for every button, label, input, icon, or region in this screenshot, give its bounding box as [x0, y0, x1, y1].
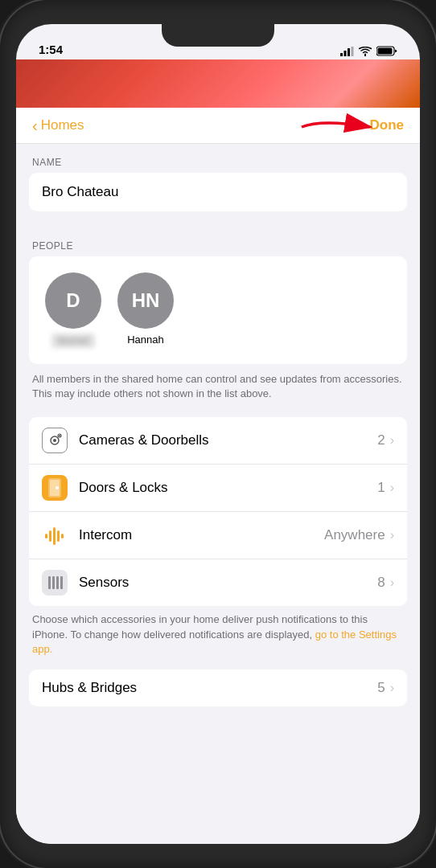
battery-icon [376, 46, 397, 56]
people-section: PEOPLE D blurred HN H [16, 227, 420, 404]
svg-rect-19 [48, 576, 51, 589]
svg-rect-15 [49, 530, 51, 542]
people-description: All members in the shared home can contr… [16, 364, 420, 404]
hero-image [16, 59, 420, 108]
notch [162, 24, 274, 47]
cameras-doorbells-label: Cameras & Doorbells [79, 432, 377, 448]
home-name-input[interactable] [29, 173, 407, 211]
sensors-item[interactable]: Sensors 8 › [29, 559, 407, 606]
back-label: Homes [41, 117, 84, 133]
content-area: NAME PEOPLE D blurred [16, 144, 420, 844]
doors-locks-count: 1 [377, 480, 385, 496]
signal-icon [340, 47, 354, 56]
camera-icon [42, 428, 68, 453]
svg-rect-17 [57, 530, 60, 542]
sensor-icon [42, 570, 68, 596]
svg-rect-0 [340, 53, 343, 56]
svg-rect-3 [352, 47, 354, 56]
svg-rect-22 [60, 576, 63, 589]
sensors-label: Sensors [79, 575, 377, 591]
status-time: 1:54 [39, 43, 63, 56]
intercom-chevron: › [390, 528, 394, 542]
svg-rect-21 [56, 576, 59, 589]
people-section-label: PEOPLE [16, 227, 420, 256]
person-hn: HN Hannah [117, 272, 174, 346]
svg-point-8 [53, 439, 56, 442]
intercom-item[interactable]: Intercom Anywhere › [29, 512, 407, 559]
intercom-icon [42, 522, 68, 548]
person-d-name: blurred [51, 334, 94, 348]
svg-rect-20 [52, 576, 55, 589]
people-row: D blurred HN Hannah [45, 272, 391, 348]
svg-rect-5 [378, 48, 393, 55]
door-icon [42, 475, 68, 501]
people-card: D blurred HN Hannah [29, 256, 407, 364]
avatar-d-initials: D [66, 289, 80, 312]
cameras-doorbells-chevron: › [390, 433, 394, 448]
doors-locks-item[interactable]: Doors & Locks 1 › [29, 465, 407, 512]
svg-rect-16 [53, 527, 56, 545]
accessory-list: Cameras & Doorbells 2 › Doors & Locks 1 [29, 417, 407, 606]
hubs-bridges-label: Hubs & Bridges [42, 680, 377, 696]
avatar-d: D [45, 272, 101, 329]
intercom-label: Intercom [79, 527, 324, 543]
notification-description: Choose which accessories in your home de… [16, 606, 420, 657]
doors-locks-label: Doors & Locks [79, 480, 377, 496]
phone-screen: 1:54 [16, 24, 420, 844]
svg-point-13 [56, 486, 59, 489]
svg-rect-1 [344, 51, 347, 56]
name-section-label: NAME [16, 144, 420, 173]
cameras-doorbells-count: 2 [377, 432, 385, 448]
sensors-count: 8 [377, 575, 385, 591]
svg-rect-2 [348, 48, 350, 56]
nav-bar: ‹ Homes Done [16, 108, 420, 144]
svg-point-10 [59, 435, 60, 436]
hubs-bridges-count: 5 [377, 680, 385, 696]
annotation-arrow [298, 113, 378, 145]
svg-rect-18 [61, 534, 64, 538]
sensors-chevron: › [390, 575, 394, 590]
hubs-bridges-chevron: › [390, 681, 394, 695]
svg-rect-14 [45, 534, 47, 538]
status-icons [340, 46, 397, 56]
avatar-hn: HN [117, 272, 174, 329]
person-hn-name: Hannah [127, 334, 164, 346]
intercom-value: Anywhere [324, 527, 385, 543]
back-chevron-icon: ‹ [32, 117, 38, 133]
wifi-icon [359, 47, 372, 56]
hubs-bridges-item[interactable]: Hubs & Bridges 5 › [29, 669, 407, 706]
phone-frame: 1:54 [0, 0, 436, 868]
cameras-doorbells-item[interactable]: Cameras & Doorbells 2 › [29, 417, 407, 465]
person-d: D blurred [45, 272, 101, 348]
back-button[interactable]: ‹ Homes [32, 117, 84, 133]
avatar-hn-initials: HN [132, 289, 160, 312]
doors-locks-chevron: › [390, 481, 394, 495]
